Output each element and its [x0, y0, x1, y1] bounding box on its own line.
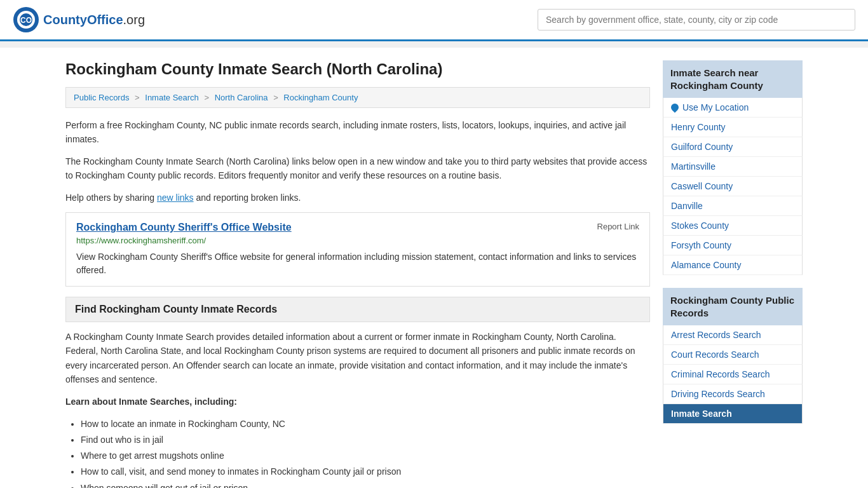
sidebar-item-henry-county[interactable]: Henry County: [663, 118, 803, 137]
sidebar-item-inmate-search[interactable]: Inmate Search: [663, 404, 803, 424]
find-section-title: Find Rockingham County Inmate Records: [75, 304, 641, 315]
link-card-title: Rockingham County Sheriff's Office Websi…: [76, 222, 292, 233]
link-card-description: View Rockingham County Sheriff's Office …: [76, 250, 639, 277]
header: CO CountyOffice.org: [0, 0, 868, 41]
content-area: Rockingham County Inmate Search (North C…: [65, 60, 650, 488]
sidebar-item-guilford-county[interactable]: Guilford County: [663, 137, 803, 157]
list-item: When someone will get out of jail or pri…: [81, 480, 650, 488]
breadcrumb: Public Records > Inmate Search > North C…: [65, 87, 650, 108]
sidebar-item-criminal-records[interactable]: Criminal Records Search: [663, 365, 803, 384]
learn-heading: Learn about Inmate Searches, including:: [65, 395, 650, 409]
list-item: Find out who is in jail: [81, 432, 650, 448]
use-location-label: Use My Location: [682, 102, 749, 112]
page-title: Rockingham County Inmate Search (North C…: [65, 60, 650, 78]
nearby-header: Inmate Search near Rockingham County: [663, 60, 803, 98]
svg-text:CO: CO: [20, 16, 32, 25]
link-card-header: Rockingham County Sheriff's Office Websi…: [76, 222, 639, 233]
intro-paragraph-2: The Rockingham County Inmate Search (Nor…: [65, 154, 650, 183]
list-item: How to locate an inmate in Rockingham Co…: [81, 416, 650, 432]
logo-icon: CO: [13, 6, 39, 33]
sidebar-item-danville[interactable]: Danville: [663, 196, 803, 216]
logo-text: CountyOffice.org: [43, 13, 145, 27]
breadcrumb-sep-3: >: [273, 93, 278, 102]
find-section-body: A Rockingham County Inmate Search provid…: [65, 330, 650, 387]
breadcrumb-sep-1: >: [135, 93, 140, 102]
breadcrumb-rockingham-county[interactable]: Rockingham County: [283, 93, 358, 102]
intro-paragraph-1: Perform a free Rockingham County, NC pub…: [65, 118, 650, 147]
public-records-section: Rockingham County Public Records Arrest …: [663, 288, 803, 424]
report-link-button[interactable]: Report Link: [597, 222, 639, 231]
link-card-url: https://www.rockinghamsheriff.com/: [76, 236, 639, 245]
sidebar-item-court-records[interactable]: Court Records Search: [663, 345, 803, 365]
sidebar-item-forsyth-county[interactable]: Forsyth County: [663, 236, 803, 255]
link-card: Rockingham County Sheriff's Office Websi…: [65, 212, 650, 287]
breadcrumb-sep-2: >: [204, 93, 209, 102]
sidebar-item-arrest-records[interactable]: Arrest Records Search: [663, 325, 803, 345]
new-links-link[interactable]: new links: [157, 193, 194, 203]
location-icon: [670, 102, 681, 113]
sidebar-item-use-location[interactable]: Use My Location: [663, 98, 803, 118]
top-nav-bar: [0, 41, 868, 48]
breadcrumb-public-records[interactable]: Public Records: [74, 93, 129, 102]
learn-list: How to locate an inmate in Rockingham Co…: [65, 416, 650, 488]
sidebar-item-caswell-county[interactable]: Caswell County: [663, 177, 803, 196]
breadcrumb-north-carolina[interactable]: North Carolina: [215, 93, 268, 102]
main-container: Rockingham County Inmate Search (North C…: [53, 48, 815, 488]
intro-paragraph-3-prefix: Help others by sharing: [65, 193, 157, 203]
logo-area: CO CountyOffice.org: [13, 6, 145, 33]
sidebar: Inmate Search near Rockingham County Use…: [663, 60, 803, 488]
list-item: How to call, visit, and send money to in…: [81, 464, 650, 480]
sidebar-item-driving-records[interactable]: Driving Records Search: [663, 384, 803, 404]
sheriff-office-link[interactable]: Rockingham County Sheriff's Office Websi…: [76, 222, 292, 233]
intro-paragraph-3-suffix: and reporting broken links.: [194, 193, 301, 203]
find-section-header: Find Rockingham County Inmate Records: [65, 297, 650, 322]
list-item: Where to get arrest mugshots online: [81, 448, 650, 464]
search-input[interactable]: [538, 9, 855, 30]
sidebar-item-alamance-county[interactable]: Alamance County: [663, 255, 803, 275]
breadcrumb-inmate-search[interactable]: Inmate Search: [145, 93, 199, 102]
nearby-section: Inmate Search near Rockingham County Use…: [663, 60, 803, 275]
sidebar-item-martinsville[interactable]: Martinsville: [663, 157, 803, 177]
sidebar-item-stokes-county[interactable]: Stokes County: [663, 216, 803, 236]
public-records-header: Rockingham County Public Records: [663, 288, 803, 325]
intro-paragraph-3: Help others by sharing new links and rep…: [65, 191, 650, 205]
